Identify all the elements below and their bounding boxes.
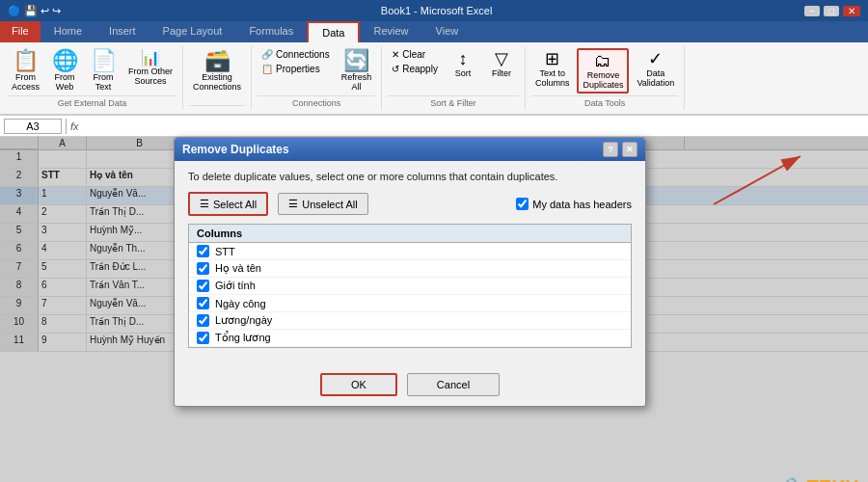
tab-view[interactable]: View — [422, 21, 473, 42]
select-all-button[interactable]: ☰ Select All — [188, 192, 268, 216]
has-headers-checkbox[interactable] — [516, 198, 529, 210]
data-validation-icon: ✓ — [648, 50, 663, 67]
tab-review[interactable]: Review — [360, 21, 421, 42]
tab-page-layout[interactable]: Page Layout — [149, 21, 236, 42]
tab-formulas[interactable]: Formulas — [235, 21, 307, 42]
col-gender-label: Giới tính — [215, 280, 256, 292]
from-web-button[interactable]: 🌐 FromWeb — [47, 48, 82, 94]
title-bar: 🔵 💾 ↩ ↪ Book1 - Microsoft Excel − □ ✕ — [0, 0, 868, 21]
dialog-overlay: Remove Duplicates ? ✕ To delete duplicat… — [0, 137, 868, 482]
clear-button[interactable]: ✕ Clear — [388, 48, 442, 61]
col-tongluong-label: Tổng lương — [215, 332, 271, 344]
formula-input[interactable] — [83, 120, 864, 132]
unselect-all-button[interactable]: ☰ Unselect All — [278, 193, 367, 215]
tab-insert[interactable]: Insert — [95, 21, 149, 42]
cancel-button[interactable]: Cancel — [407, 373, 500, 396]
dialog-title-bar: Remove Duplicates ? ✕ — [175, 138, 645, 161]
data-validation-button[interactable]: ✓ DataValidation — [633, 48, 678, 90]
tab-home[interactable]: Home — [41, 21, 95, 42]
list-item: Lương/ngày — [189, 312, 631, 330]
col-name-checkbox[interactable] — [197, 262, 209, 275]
col-ngaycong-checkbox[interactable] — [197, 297, 209, 309]
group-get-external-label: Get External Data — [8, 95, 176, 108]
title-bar-icons: 🔵 💾 ↩ ↪ — [8, 5, 61, 17]
col-gender-checkbox[interactable] — [197, 280, 209, 292]
col-stt-label: STT — [215, 246, 235, 257]
filter-button[interactable]: ▽ Filter — [484, 48, 519, 80]
properties-button[interactable]: 📋 Properties — [258, 63, 334, 75]
lock-icon: 🔒 — [779, 475, 803, 482]
list-item: Ngày công — [189, 295, 631, 312]
filter-icon: ▽ — [495, 50, 508, 67]
properties-icon: 📋 — [261, 64, 273, 74]
clear-icon: ✕ — [392, 49, 399, 60]
columns-list-box: Columns STT Họ và tên Giới tính — [188, 224, 632, 348]
unselect-all-icon: ☰ — [288, 198, 298, 210]
from-text-icon: 📄 — [91, 50, 117, 71]
tab-file[interactable]: File — [0, 21, 41, 42]
dialog-title: Remove Duplicates — [182, 143, 289, 156]
from-web-icon: 🌐 — [52, 50, 78, 71]
from-other-button[interactable]: 📊 From OtherSources — [124, 48, 176, 88]
list-item: STT — [189, 243, 631, 260]
connections-icon: 🔗 — [261, 49, 273, 60]
select-all-icon: ☰ — [200, 198, 209, 210]
remove-duplicates-icon: 🗂 — [594, 52, 611, 69]
col-luongngay-label: Lương/ngày — [215, 314, 272, 327]
main-area: A B C D E F G H I 1 2 STT Họ và tên — [0, 137, 868, 482]
dialog-body: To delete duplicate values, select one o… — [175, 161, 645, 367]
group-data-tools-label: Data Tools — [531, 95, 678, 108]
select-all-label: Select All — [213, 199, 257, 210]
list-item: Giới tính — [189, 278, 631, 295]
name-box[interactable] — [4, 119, 62, 134]
tab-data[interactable]: Data — [307, 21, 360, 42]
formula-fx: fx — [70, 120, 79, 132]
svg-line-1 — [714, 156, 800, 204]
arrow-annotation — [704, 147, 820, 224]
formula-bar-separator — [66, 119, 67, 134]
reapply-icon: ↺ — [392, 64, 399, 74]
remove-duplicates-button[interactable]: 🗂 RemoveDuplicates — [577, 48, 629, 94]
columns-header: Columns — [189, 225, 631, 243]
reapply-button[interactable]: ↺ Reapply — [388, 63, 442, 75]
refresh-button[interactable]: 🔄 RefreshAll — [338, 48, 376, 94]
dialog-action-row: ☰ Select All ☰ Unselect All My data has … — [188, 192, 632, 216]
window-title: Book1 - Microsoft Excel — [68, 5, 804, 16]
col-ngaycong-label: Ngày công — [215, 298, 266, 309]
sort-icon: ↕ — [458, 50, 467, 67]
col-stt-checkbox[interactable] — [197, 245, 209, 257]
from-text-button[interactable]: 📄 FromText — [86, 48, 121, 94]
from-access-button[interactable]: 📋 FromAccess — [8, 48, 43, 94]
group-connections: 🔗 Connections 📋 Properties 🔄 RefreshAll … — [252, 46, 382, 110]
unselect-all-label: Unselect All — [302, 199, 357, 210]
list-item: Tổng lương — [189, 330, 631, 347]
group-data-tools: ⊞ Text toColumns 🗂 RemoveDuplicates ✓ Da… — [526, 46, 685, 110]
has-headers-row: My data has headers — [516, 198, 632, 210]
group-sort-filter-label: Sort & Filter — [388, 95, 519, 108]
ok-button[interactable]: OK — [320, 373, 397, 396]
list-item: Họ và tên — [189, 260, 631, 278]
connections-button[interactable]: 🔗 Connections — [258, 48, 334, 61]
teky-text: TEKY — [807, 476, 858, 483]
existing-connections-button[interactable]: 🗃️ ExistingConnections — [189, 48, 245, 94]
existing-icon: 🗃️ — [204, 50, 231, 71]
ribbon-tabs: File Home Insert Page Layout Formulas Da… — [0, 21, 868, 42]
dialog-close-button[interactable]: ✕ — [622, 142, 637, 157]
sort-button[interactable]: ↕ Sort — [446, 48, 480, 80]
formula-bar: fx — [0, 116, 868, 137]
window-controls[interactable]: − □ ✕ — [804, 6, 860, 16]
remove-duplicates-dialog: Remove Duplicates ? ✕ To delete duplicat… — [174, 137, 646, 407]
group-get-external: 📋 FromAccess 🌐 FromWeb 📄 FromText 📊 From… — [2, 46, 183, 110]
dialog-description: To delete duplicate values, select one o… — [188, 171, 632, 182]
dialog-help-button[interactable]: ? — [603, 142, 618, 157]
col-luongngay-checkbox[interactable] — [197, 314, 209, 327]
col-tongluong-checkbox[interactable] — [197, 332, 209, 344]
dialog-controls[interactable]: ? ✕ — [603, 142, 637, 157]
text-to-columns-icon: ⊞ — [545, 50, 559, 67]
text-to-columns-button[interactable]: ⊞ Text toColumns — [531, 48, 574, 90]
refresh-icon: 🔄 — [343, 50, 369, 71]
has-headers-label: My data has headers — [532, 199, 632, 210]
col-name-label: Họ và tên — [215, 262, 261, 275]
group-sort-filter: ✕ Clear ↺ Reapply ↕ Sort ▽ Filter Sort &… — [382, 46, 526, 110]
teky-logo: 🔒 TEKY — [779, 475, 858, 482]
